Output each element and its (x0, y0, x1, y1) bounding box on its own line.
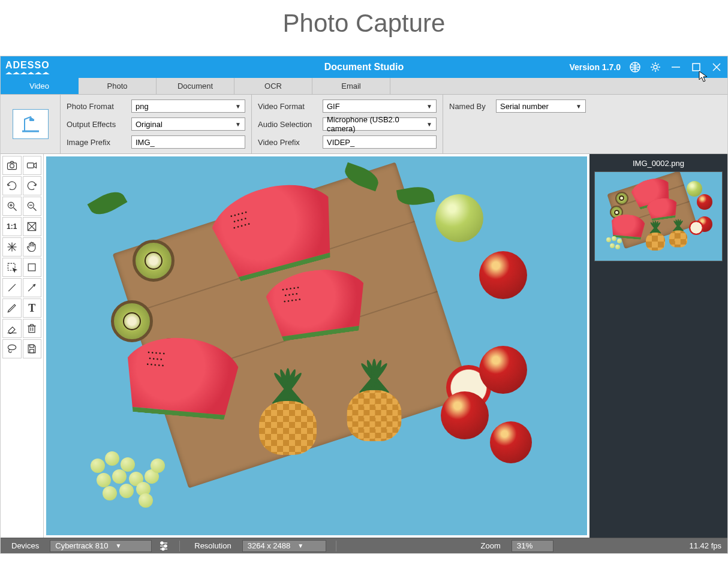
svg-point-41 (161, 542, 163, 544)
actual-size-button[interactable]: 1:1 (2, 217, 22, 236)
arrow-tool-button[interactable] (23, 278, 42, 297)
zoom-in-button[interactable] (2, 197, 22, 216)
rectangle-tool-button[interactable] (23, 258, 42, 277)
preview-image (46, 156, 587, 535)
tab-document[interactable]: Document (157, 78, 234, 94)
close-button[interactable] (711, 61, 723, 73)
workspace: 1:1 T (1, 154, 727, 538)
text-tool-button[interactable]: T (23, 298, 42, 318)
main-tabs: Video Photo Document OCR Email (1, 78, 727, 95)
video-prefix-input[interactable] (323, 135, 437, 149)
tab-photo[interactable]: Photo (79, 78, 157, 94)
svg-line-25 (8, 284, 16, 291)
mouse-cursor-icon (699, 71, 708, 83)
undo-button[interactable] (2, 176, 22, 195)
svg-rect-24 (28, 264, 35, 271)
globe-icon[interactable] (629, 61, 641, 73)
fit-screen-button[interactable] (23, 217, 42, 236)
svg-rect-28 (29, 326, 35, 333)
photo-format-dropdown[interactable]: png▼ (131, 99, 245, 113)
brand-logo: ADESSO (5, 60, 50, 74)
video-format-dropdown[interactable]: GIF▼ (323, 99, 437, 113)
app-title: Document Studio (324, 62, 404, 73)
thumbnail-panel: IMG_0002.png (589, 154, 727, 538)
thumbnail-filename: IMG_0002.png (594, 159, 723, 168)
controls-ribbon: Photo Fromat png▼ Output Effects Origina… (1, 95, 727, 154)
audio-selection-label: Audio Selection (258, 120, 318, 129)
gear-icon[interactable] (649, 61, 661, 73)
svg-point-7 (32, 117, 34, 119)
document-camera-icon (19, 114, 43, 134)
minimize-button[interactable] (670, 61, 682, 73)
live-preview (44, 154, 589, 538)
resolution-dropdown[interactable]: 3264 x 2488▼ (242, 540, 326, 552)
svg-point-9 (10, 164, 14, 168)
svg-line-16 (34, 208, 37, 211)
page-heading: Photo Capture (0, 0, 728, 56)
freeze-button[interactable] (2, 237, 22, 257)
output-effects-dropdown[interactable]: Original▼ (131, 117, 245, 131)
camera-capture-button[interactable] (2, 156, 22, 175)
fps-label: 11.42 fps (690, 541, 722, 550)
image-prefix-input[interactable] (131, 135, 245, 149)
pan-hand-button[interactable] (23, 237, 42, 257)
image-prefix-label: Image Prefix (67, 138, 127, 147)
svg-line-26 (28, 284, 35, 291)
tab-ocr[interactable]: OCR (234, 78, 312, 94)
devices-label: Devices (7, 541, 44, 550)
titlebar: ADESSO Document Studio Version 1.7.0 (1, 56, 727, 78)
eraser-tool-button[interactable] (2, 319, 22, 338)
zoom-out-button[interactable] (23, 197, 42, 216)
output-effects-label: Output Effects (67, 120, 127, 129)
named-by-dropdown[interactable]: Serial number▼ (496, 99, 586, 113)
svg-point-1 (654, 65, 657, 69)
redo-button[interactable] (23, 176, 42, 195)
svg-point-42 (164, 545, 167, 547)
svg-rect-37 (30, 349, 34, 353)
pencil-tool-button[interactable] (2, 298, 22, 318)
svg-line-12 (13, 208, 16, 211)
save-button[interactable] (23, 339, 42, 358)
photo-format-label: Photo Fromat (67, 102, 127, 111)
delete-button[interactable] (23, 319, 42, 338)
audio-selection-dropdown[interactable]: Microphone (USB2.0 camera)▼ (323, 117, 437, 131)
resolution-label: Resolution (189, 541, 236, 550)
video-prefix-label: Video Prefix (258, 138, 318, 147)
svg-rect-10 (28, 163, 34, 168)
line-tool-button[interactable] (2, 278, 22, 297)
tab-video[interactable]: Video (1, 78, 79, 94)
tab-email[interactable]: Email (312, 78, 390, 94)
capture-mode-icon-box[interactable] (1, 95, 61, 153)
devices-dropdown[interactable]: Cybertrack 810▼ (50, 540, 152, 552)
app-window: ADESSO Document Studio Version 1.7.0 Vid… (0, 56, 728, 554)
marquee-select-button[interactable] (2, 258, 22, 277)
named-by-label: Named By (449, 102, 491, 111)
version-label: Version 1.7.0 (569, 62, 621, 72)
svg-rect-3 (693, 64, 700, 71)
video-format-label: Video Format (258, 102, 318, 111)
thumbnail-image[interactable] (594, 171, 723, 261)
status-bar: Devices Cybertrack 810▼ Resolution 3264 … (1, 538, 727, 553)
zoom-label: Zoom (476, 541, 505, 550)
svg-point-43 (162, 548, 164, 550)
zoom-value-input[interactable] (512, 540, 553, 552)
svg-rect-36 (30, 345, 34, 347)
device-settings-icon[interactable] (158, 540, 170, 552)
video-record-button[interactable] (23, 156, 42, 175)
svg-point-35 (8, 345, 16, 349)
left-toolbar: 1:1 T (1, 154, 44, 538)
lasso-tool-button[interactable] (2, 339, 22, 358)
